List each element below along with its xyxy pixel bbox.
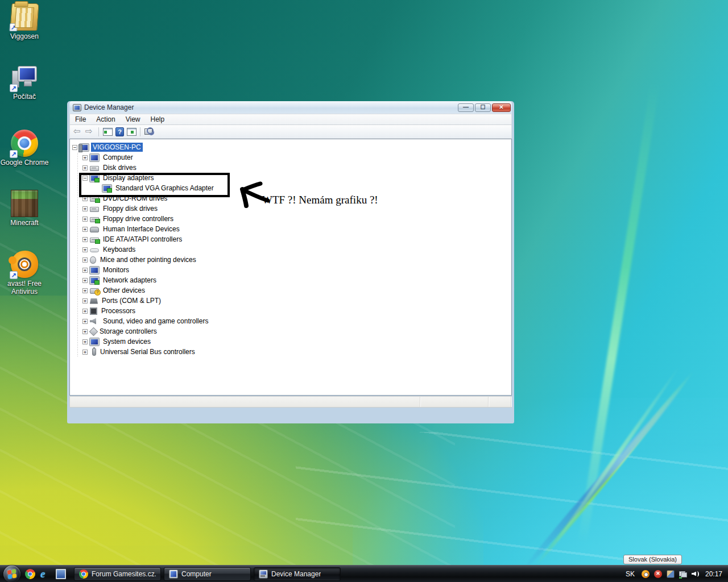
avast-icon[interactable] bbox=[642, 570, 650, 578]
taskbar-button-device-manager[interactable]: Device Manager bbox=[254, 567, 341, 581]
title-bar[interactable]: Device Manager — ☐ ✕ bbox=[69, 101, 512, 114]
volume-icon[interactable] bbox=[692, 570, 700, 578]
expand-plus-icon[interactable]: + bbox=[82, 350, 88, 355]
tree-item[interactable]: +Monitors bbox=[72, 265, 511, 275]
taskbar-button-label: Forum Gamesites.cz... bbox=[92, 570, 156, 578]
menu-item-file[interactable]: File bbox=[70, 114, 91, 124]
collapse-minus-icon[interactable]: − bbox=[72, 145, 77, 150]
expand-plus-icon[interactable]: + bbox=[82, 339, 88, 344]
language-tooltip: Slovak (Slovakia) bbox=[623, 555, 682, 564]
tree-item[interactable]: +Ports (COM & LPT) bbox=[72, 296, 511, 306]
tree-item[interactable]: +Universal Serial Bus controllers bbox=[72, 347, 511, 357]
menu-item-view[interactable]: View bbox=[121, 114, 146, 124]
tree-item[interactable]: +Other devices bbox=[72, 285, 511, 296]
expand-plus-icon[interactable]: + bbox=[82, 206, 88, 211]
shortcut-arrow-icon: ↗ bbox=[9, 23, 18, 31]
back-icon[interactable] bbox=[73, 127, 83, 136]
expand-plus-icon[interactable]: + bbox=[82, 329, 88, 334]
tree-item-label: Monitors bbox=[101, 265, 131, 275]
tree-item[interactable]: +Keyboards bbox=[72, 244, 511, 255]
tree-item[interactable]: +Disk drives bbox=[72, 163, 511, 173]
menu-item-action[interactable]: Action bbox=[91, 114, 120, 124]
taskbar-buttons: Forum Gamesites.cz...ComputerDevice Mana… bbox=[74, 567, 344, 581]
language-indicator[interactable]: SK bbox=[626, 570, 635, 578]
network-icon[interactable] bbox=[679, 570, 687, 578]
expand-plus-icon[interactable]: + bbox=[82, 257, 88, 263]
desktop-icon-folder[interactable]: ↗Viggosen bbox=[0, 3, 49, 40]
expand-plus-icon[interactable]: + bbox=[82, 165, 88, 171]
shortcut-arrow-icon: ↗ bbox=[10, 271, 18, 279]
tree-item[interactable]: +Storage controllers bbox=[72, 326, 511, 336]
wallpaper-ribbon bbox=[547, 365, 681, 554]
desktop-icon-label: Minecraft bbox=[0, 219, 49, 227]
forward-icon[interactable] bbox=[85, 127, 95, 136]
tree-item[interactable]: +Processors bbox=[72, 306, 511, 316]
tree-item-label: Ports (COM & LPT) bbox=[100, 296, 163, 305]
expand-plus-icon[interactable]: + bbox=[82, 227, 88, 232]
help-icon[interactable] bbox=[114, 127, 125, 136]
desktop-icon-chrome[interactable]: ↗Google Chrome bbox=[0, 130, 49, 167]
monitor-icon bbox=[90, 267, 99, 274]
processor-icon bbox=[90, 307, 97, 315]
tree-item[interactable]: +Network adapters bbox=[72, 275, 511, 285]
expand-plus-icon[interactable]: + bbox=[82, 247, 88, 252]
device-manager-icon bbox=[259, 569, 268, 579]
expand-plus-icon[interactable]: + bbox=[82, 237, 88, 242]
minimize-button[interactable]: — bbox=[458, 103, 474, 112]
internet-explorer-icon[interactable]: e bbox=[40, 569, 51, 579]
defender-icon[interactable] bbox=[667, 570, 675, 578]
expand-plus-icon[interactable]: + bbox=[82, 268, 88, 273]
toolbar-separator bbox=[98, 127, 99, 136]
windows-logo-icon bbox=[7, 569, 16, 579]
tree-item[interactable]: +IDE ATA/ATAPI controllers bbox=[72, 234, 511, 244]
expand-plus-icon[interactable]: + bbox=[82, 155, 88, 160]
expand-plus-icon[interactable]: + bbox=[82, 278, 88, 283]
network-adapter-icon bbox=[90, 277, 99, 284]
action-pane-icon[interactable] bbox=[126, 127, 136, 136]
expand-plus-icon[interactable]: + bbox=[82, 319, 88, 324]
tree-item-label: Disk drives bbox=[101, 163, 138, 172]
chrome-icon bbox=[79, 569, 88, 579]
ports-icon bbox=[90, 298, 98, 304]
desktop-icon-avast[interactable]: ↗avast! Free Antivirus bbox=[0, 251, 49, 296]
menu-item-help[interactable]: Help bbox=[146, 114, 170, 124]
status-bar bbox=[69, 396, 512, 408]
chrome-icon[interactable] bbox=[25, 569, 35, 579]
annotation-text: WTF ?! Nemám grafiku ?! bbox=[262, 194, 378, 206]
wallpaper-streak bbox=[578, 82, 660, 543]
desktop: ↗Viggosen↗Počítač↗Google ChromeMinecraft… bbox=[0, 0, 728, 582]
clock[interactable]: 20:17 bbox=[705, 570, 722, 578]
show-desktop-icon[interactable] bbox=[56, 569, 66, 579]
tree-item[interactable]: +Sound, video and game controllers bbox=[72, 316, 511, 326]
tree-item-label: Universal Serial Bus controllers bbox=[98, 347, 197, 356]
expand-plus-icon[interactable]: + bbox=[82, 217, 88, 222]
security-alert-icon[interactable] bbox=[654, 570, 662, 578]
tree-item[interactable]: −VIGGOSEN-PC bbox=[72, 142, 511, 152]
expand-plus-icon[interactable]: + bbox=[82, 309, 88, 314]
console-tree-icon[interactable] bbox=[102, 127, 113, 136]
desktop-icon-computer[interactable]: ↗Počítač bbox=[0, 64, 49, 101]
floppy-controller-icon bbox=[90, 217, 99, 222]
taskbar-button-computer[interactable]: Computer bbox=[164, 567, 251, 581]
computer-icon bbox=[169, 569, 178, 579]
maximize-button[interactable]: ☐ bbox=[475, 103, 491, 112]
quick-launch-bar: e bbox=[25, 569, 66, 579]
tree-item[interactable]: +Floppy drive controllers bbox=[72, 214, 511, 224]
tree-item[interactable]: +Computer bbox=[72, 152, 511, 163]
start-button[interactable] bbox=[3, 566, 20, 582]
tree-item[interactable]: +Mice and other pointing devices bbox=[72, 255, 511, 265]
taskbar: e Forum Gamesites.cz...ComputerDevice Ma… bbox=[0, 565, 728, 582]
tree-item[interactable]: +Human Interface Devices bbox=[72, 224, 511, 234]
taskbar-button-chrome[interactable]: Forum Gamesites.cz... bbox=[74, 567, 161, 581]
scan-hardware-icon[interactable] bbox=[144, 127, 154, 136]
device-manager-window: Device Manager — ☐ ✕ FileActionViewHelp … bbox=[67, 101, 514, 423]
tree-item-label: Keyboards bbox=[101, 245, 137, 254]
taskbar-button-label: Computer bbox=[181, 570, 212, 578]
usb-controller-icon bbox=[92, 348, 96, 356]
close-button[interactable]: ✕ bbox=[492, 103, 511, 112]
desktop-icon-minecraft[interactable]: Minecraft bbox=[0, 190, 49, 227]
expand-plus-icon[interactable]: + bbox=[82, 288, 88, 293]
tree-item[interactable]: +System devices bbox=[72, 336, 511, 347]
expand-plus-icon[interactable]: + bbox=[82, 298, 88, 304]
sound-icon bbox=[90, 318, 99, 325]
